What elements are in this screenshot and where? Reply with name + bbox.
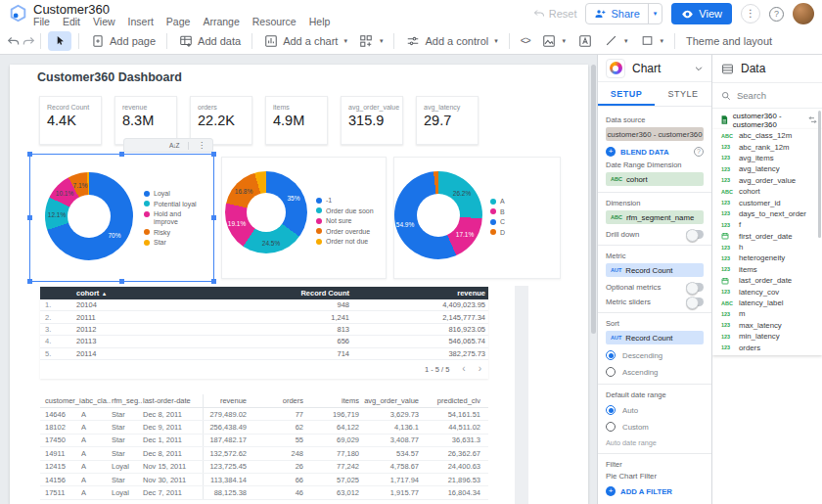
add-control-button[interactable]: Add a control ▾ bbox=[399, 30, 503, 52]
selection-handle[interactable] bbox=[27, 215, 32, 220]
column-header-record-count[interactable]: Record Count bbox=[232, 289, 349, 298]
table-row[interactable]: 5.20114714382,275.73 bbox=[40, 348, 488, 360]
field-items[interactable]: 123items bbox=[712, 264, 822, 275]
table-row[interactable]: 17511ALoyalDec 7, 201188,125.384663,0121… bbox=[40, 486, 488, 499]
table-row[interactable]: 14646AStarDec 8, 2011279,489.0277196,719… bbox=[40, 408, 488, 421]
column-header-rfm-seg[interactable]: rfm_seg.. bbox=[112, 394, 143, 407]
blend-data-button[interactable]: BLEND DATA bbox=[620, 148, 669, 157]
dimension-chip[interactable]: ABC rfm_segment_name bbox=[606, 210, 704, 224]
date-range-dimension-chip[interactable]: ABC cohort bbox=[606, 172, 704, 186]
field-latency-label[interactable]: ABClatency_label bbox=[712, 298, 822, 308]
looker-studio-logo-icon[interactable] bbox=[9, 4, 27, 26]
table-row[interactable]: 14156AStarNov 30, 2011113,384.146657,025… bbox=[40, 474, 488, 486]
chart-more-icon[interactable]: ⋮ bbox=[198, 141, 206, 150]
table-row[interactable]: 1.201049484,409,023.95 bbox=[40, 299, 488, 311]
legend-item-star[interactable]: Star bbox=[144, 239, 203, 247]
field-latency-cov[interactable]: 123latency_cov bbox=[712, 286, 822, 297]
data-panel-scrollbar[interactable] bbox=[818, 111, 821, 238]
scorecard-items[interactable]: items4.9M bbox=[265, 96, 328, 145]
selection-handle[interactable] bbox=[27, 279, 32, 284]
column-header-revenue[interactable]: revenue bbox=[204, 394, 247, 407]
add-chart-button[interactable]: Add a chart ▾ bbox=[257, 30, 353, 52]
swap-source-icon[interactable] bbox=[808, 115, 817, 124]
customer-table[interactable]: customer_idabc_cla..rfm_seg..last-order-… bbox=[40, 394, 488, 500]
data-source-row[interactable]: customer360 - customer360 bbox=[712, 111, 822, 129]
selection-handle[interactable] bbox=[211, 152, 216, 157]
legend-item-risky[interactable]: Risky bbox=[144, 229, 203, 237]
selection-handle[interactable] bbox=[27, 152, 32, 157]
sort-az-icon[interactable]: A↓Z bbox=[169, 142, 179, 149]
drill-down-toggle[interactable] bbox=[686, 230, 704, 239]
help-circle-icon[interactable]: ? bbox=[694, 147, 704, 157]
sort-ascending-option[interactable]: Ascending bbox=[606, 366, 704, 378]
sort-field-chip[interactable]: AUT Record Count bbox=[606, 331, 704, 344]
legend-item-loyal[interactable]: Loyal bbox=[144, 190, 203, 198]
add-page-button[interactable]: Add page bbox=[84, 30, 161, 52]
pie-chart-2[interactable]: 35%24.5%19.1%16.8%-1Order due soonNot su… bbox=[221, 157, 387, 279]
column-header-orders[interactable]: orders bbox=[247, 394, 303, 407]
select-tool-button[interactable] bbox=[48, 31, 71, 51]
field-search[interactable]: Search bbox=[712, 82, 822, 109]
column-header-predicted-clv[interactable]: predicted_clv bbox=[419, 394, 480, 407]
legend-item-not-sure[interactable]: Not sure bbox=[316, 217, 385, 225]
donut-chart-type-icon[interactable] bbox=[606, 59, 625, 78]
menu-file[interactable]: File bbox=[33, 16, 50, 27]
column-header-last-order-date[interactable]: last-order-date bbox=[143, 394, 204, 407]
community-visualizations-button[interactable]: ▾ bbox=[353, 30, 389, 52]
date-range-custom-option[interactable]: Custom bbox=[606, 421, 704, 433]
sort-descending-option[interactable]: Descending bbox=[606, 349, 704, 361]
scorecard-avg-order-value[interactable]: avg_order_value315.9 bbox=[341, 96, 403, 145]
add-filter-button[interactable]: + ADD A FILTER bbox=[606, 486, 704, 496]
legend-item-order-not-due[interactable]: Order not due bbox=[316, 238, 385, 246]
legend-item-d[interactable]: D bbox=[490, 229, 549, 237]
tab-style[interactable]: STYLE bbox=[655, 82, 711, 106]
legend-item-c[interactable]: C bbox=[490, 218, 549, 226]
legend-item-1[interactable]: -1 bbox=[316, 197, 385, 205]
theme-and-layout-button[interactable]: Theme and layout bbox=[680, 30, 778, 52]
legend-item-a[interactable]: A bbox=[490, 198, 549, 206]
legend-item-b[interactable]: B bbox=[490, 208, 549, 216]
canvas-scrollbar[interactable] bbox=[591, 65, 596, 334]
menu-resource[interactable]: Resource bbox=[252, 16, 297, 27]
optional-metrics-toggle[interactable] bbox=[686, 283, 704, 292]
table-row[interactable]: 3.20112813816,923.05 bbox=[40, 324, 488, 336]
column-header-items[interactable]: items bbox=[303, 394, 359, 407]
selection-handle[interactable] bbox=[119, 152, 124, 157]
menu-help[interactable]: Help bbox=[309, 16, 331, 27]
report-page[interactable]: Customer360 Dashboard Record Count4.4Kre… bbox=[10, 65, 588, 504]
field-m[interactable]: 123m bbox=[712, 308, 822, 319]
scorecard-record-count[interactable]: Record Count4.4K bbox=[39, 96, 102, 145]
embed-url-button[interactable]: <> bbox=[515, 30, 536, 52]
field-orders[interactable]: 123orders bbox=[712, 342, 822, 352]
column-header-abc-cla[interactable]: abc_cla.. bbox=[81, 394, 112, 407]
legend-item-order-overdue[interactable]: Order overdue bbox=[316, 228, 385, 236]
date-range-auto-option[interactable]: Auto bbox=[606, 404, 704, 416]
data-source-chip[interactable]: customer360 - customer360 bbox=[606, 127, 704, 141]
share-dropdown-caret[interactable]: ▾ bbox=[648, 4, 662, 23]
share-main[interactable]: Share bbox=[586, 4, 647, 23]
column-header-avg-order-value[interactable]: avg_order_value bbox=[359, 394, 419, 407]
field-f[interactable]: 123f bbox=[712, 219, 822, 230]
field-max-latency[interactable]: 123max_latency bbox=[712, 320, 822, 331]
metric-chip[interactable]: AUT Record Count bbox=[606, 263, 704, 277]
field-first-order-date[interactable]: first_order_date bbox=[712, 231, 822, 242]
add-image-button[interactable]: ▾ bbox=[535, 30, 571, 52]
field-customer-id[interactable]: 123customer_id bbox=[712, 197, 822, 207]
scorecard-avg-latency[interactable]: avg_latency29.7 bbox=[416, 96, 479, 145]
field-abc-class-12m[interactable]: ABCabc_class_12m bbox=[712, 130, 822, 141]
next-page-icon[interactable]: › bbox=[479, 364, 481, 374]
redo-icon[interactable] bbox=[21, 33, 35, 48]
field-abc-rank-12m[interactable]: 123abc_rank_12m bbox=[712, 141, 822, 152]
menu-insert[interactable]: Insert bbox=[128, 16, 154, 27]
selection-handle[interactable] bbox=[211, 279, 216, 284]
menu-view[interactable]: View bbox=[93, 16, 115, 27]
report-canvas[interactable]: Customer360 Dashboard Record Count4.4Kre… bbox=[0, 55, 597, 504]
table-row[interactable]: 14911AStarDec 8, 2011132,572.6224877,180… bbox=[40, 447, 488, 460]
field-h[interactable]: 123h bbox=[712, 242, 822, 252]
share-button[interactable]: Share ▾ bbox=[585, 3, 662, 24]
cohort-table[interactable]: cohort ▴Record Countrevenue1.201049484,4… bbox=[40, 287, 488, 379]
metric-sliders-toggle[interactable] bbox=[686, 298, 704, 306]
selection-handle[interactable] bbox=[211, 215, 216, 220]
chevron-down-icon[interactable] bbox=[694, 64, 704, 73]
add-shape-button[interactable]: ▾ bbox=[634, 30, 670, 52]
